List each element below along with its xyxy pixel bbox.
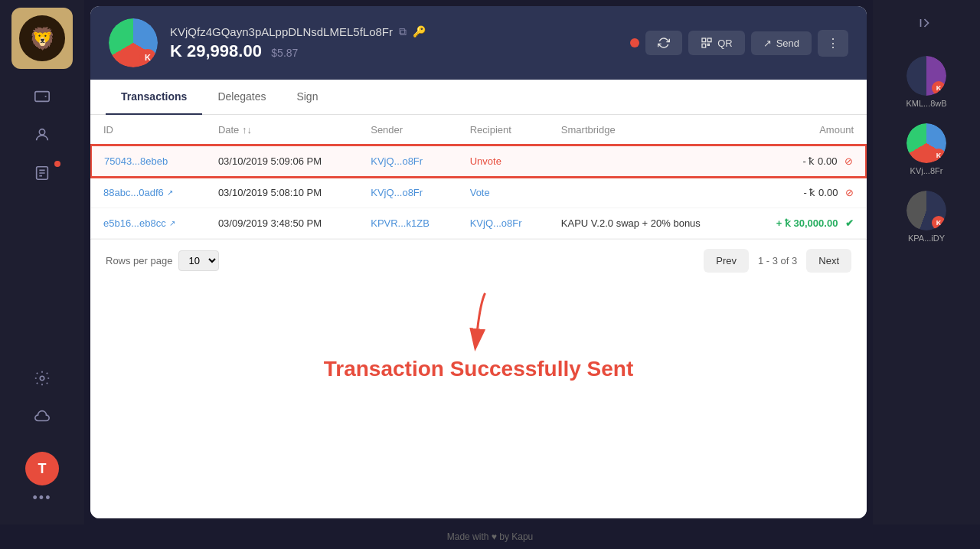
tx-recipient-vote: Vote: [470, 187, 490, 198]
col-header-smartbridge: Smartbridge: [549, 115, 744, 145]
refresh-button[interactable]: [645, 31, 682, 55]
tx-recipient-cell: KVjQ...o8Fr: [458, 208, 549, 239]
wallet-avatar-k: K: [139, 49, 156, 66]
contact-name: KVj...8Fr: [910, 166, 943, 175]
user-avatar[interactable]: T: [25, 452, 59, 485]
key-icon[interactable]: 🔑: [413, 25, 426, 38]
sidebar-left: 🦁 T •••: [0, 0, 84, 524]
tx-amount-cell: + ꝁ 30,000.00 ✔: [744, 208, 866, 239]
col-header-amount: Amount: [744, 115, 866, 145]
copy-address-icon[interactable]: ⧉: [399, 25, 407, 38]
page-info: 1 - 3 of 3: [758, 255, 797, 266]
svg-rect-7: [707, 44, 709, 45]
sidebar-item-contacts[interactable]: [11, 118, 73, 152]
col-header-id: ID: [91, 115, 206, 145]
col-header-recipient: Recipient: [458, 115, 549, 145]
tx-id-cell: 75043...8ebeb: [91, 145, 206, 177]
tx-sender-cell: KPVR...k1ZB: [358, 208, 457, 239]
contact-item[interactable]: K KPA...iDY: [880, 185, 972, 249]
external-link-icon: ↗: [167, 188, 173, 197]
tab-delegates[interactable]: Delegates: [202, 80, 281, 115]
tx-id-cell: 88abc...0adf6 ↗: [91, 177, 206, 208]
transactions-table: ID Date ↑↓ Sender Recipient Smartbridge …: [90, 115, 867, 239]
sidebar-item-cloud[interactable]: [11, 400, 73, 433]
wallet-address: KVjQfz4GQayn3pALppDLNsdLMEL5fLo8Fr: [170, 25, 393, 38]
contact-k-badge: K: [932, 81, 946, 95]
main-content: K KVjQfz4GQayn3pALppDLNsdLMEL5fLo8Fr ⧉ 🔑…: [90, 6, 867, 518]
qr-label: QR: [717, 38, 733, 49]
contact-k-badge: K: [932, 216, 946, 230]
prev-page-button[interactable]: Prev: [704, 249, 749, 273]
more-menu-button[interactable]: ⋮: [818, 30, 848, 57]
rows-per-page-label: Rows per page: [106, 255, 172, 266]
tx-date-cell: 03/09/2019 3:48:50 PM: [206, 208, 358, 239]
contact-avatar: K: [906, 56, 946, 96]
rows-per-page-select[interactable]: 10 25 50: [178, 250, 219, 271]
sidebar-right: K KML...8wB K KVj...8Fr K KPA...iDY: [873, 0, 980, 524]
contact-avatar: K: [906, 123, 946, 163]
notification-badge: [54, 161, 60, 167]
tab-sign[interactable]: Sign: [281, 80, 333, 115]
svg-rect-4: [702, 38, 706, 42]
contact-avatar: K: [906, 191, 946, 230]
success-area: Transaction Successfully Sent: [90, 282, 867, 397]
status-dot: [630, 38, 639, 47]
sidebar-item-transactions[interactable]: [11, 156, 73, 190]
wallet-avatar: K: [109, 18, 158, 67]
more-options-button[interactable]: •••: [33, 490, 52, 506]
logo-button[interactable]: 🦁: [11, 8, 73, 69]
tx-smartbridge-cell: [549, 145, 744, 177]
tx-id-cell: e5b16...eb8cc ↗: [91, 208, 206, 239]
tab-transactions[interactable]: Transactions: [106, 80, 202, 115]
footer: Made with ♥ by Kapu: [0, 524, 980, 549]
contact-k-badge: K: [932, 149, 946, 162]
wallet-balance-usd: $5.87: [271, 47, 298, 59]
contact-item[interactable]: K KVj...8Fr: [880, 117, 972, 181]
contact-item[interactable]: K KML...8wB: [880, 50, 972, 114]
tx-recipient-link[interactable]: KVjQ...o8Fr: [470, 217, 522, 229]
tabs-bar: Transactions Delegates Sign: [90, 80, 867, 115]
tx-recipient-cell: Vote: [458, 177, 549, 208]
send-arrow-icon: ↗: [763, 38, 772, 49]
tx-sender-cell: KVjQ...o8Fr: [358, 145, 457, 177]
tx-date-cell: 03/10/2019 5:09:06 PM: [206, 145, 358, 177]
col-header-sender: Sender: [358, 115, 457, 145]
footer-text: Made with ♥ by Kapu: [447, 531, 534, 542]
transactions-table-area: ID Date ↑↓ Sender Recipient Smartbridge …: [90, 115, 867, 518]
expire-icon: ⊘: [844, 155, 853, 167]
sidebar-item-wallet[interactable]: [11, 80, 73, 113]
tx-id-link[interactable]: 75043...8ebeb: [104, 155, 194, 167]
qr-button[interactable]: QR: [688, 31, 745, 55]
svg-rect-5: [707, 38, 711, 42]
tx-id-link[interactable]: 88abc...0adf6 ↗: [103, 187, 194, 198]
tx-smartbridge-cell: KAPU V.2.0 swap + 20% bonus: [549, 208, 744, 239]
pagination-controls: Prev 1 - 3 of 3 Next: [704, 249, 851, 273]
table-row: 88abc...0adf6 ↗ 03/10/2019 5:08:10 PM KV…: [91, 177, 866, 208]
wallet-balance: K 29,998.00: [170, 41, 262, 60]
send-button[interactable]: ↗ Send: [751, 31, 812, 55]
svg-point-1: [39, 129, 44, 135]
wallet-header: K KVjQfz4GQayn3pALppDLNsdLMEL5fLo8Fr ⧉ 🔑…: [90, 6, 867, 80]
send-label: Send: [776, 38, 799, 49]
rows-per-page: Rows per page 10 25 50: [106, 250, 219, 271]
col-header-date[interactable]: Date ↑↓: [206, 115, 358, 145]
expire-icon: ⊘: [845, 187, 854, 198]
tx-sender-link[interactable]: KVjQ...o8Fr: [371, 155, 423, 167]
tx-amount-cell: - ꝁ 0.00 ⊘: [744, 177, 866, 208]
contact-name: KML...8wB: [906, 99, 946, 108]
tx-recipient-cell: Unvote: [458, 145, 549, 177]
success-message: Transaction Successfully Sent: [324, 357, 634, 381]
collapse-sidebar-button[interactable]: [913, 9, 940, 41]
tx-smartbridge-cell: [549, 177, 744, 208]
svg-rect-0: [35, 92, 49, 102]
tx-sender-link[interactable]: KVjQ...o8Fr: [371, 187, 423, 198]
tx-id-link[interactable]: e5b16...eb8cc ↗: [103, 217, 194, 229]
tx-sender-link[interactable]: KPVR...k1ZB: [371, 217, 430, 229]
contact-name: KPA...iDY: [908, 234, 945, 243]
check-icon: ✔: [845, 217, 854, 229]
next-page-button[interactable]: Next: [806, 249, 851, 273]
sidebar-item-settings[interactable]: [11, 361, 73, 395]
pagination-bar: Rows per page 10 25 50 Prev 1 - 3 of 3 N…: [90, 239, 867, 282]
svg-point-3: [40, 376, 44, 381]
wallet-actions: QR ↗ Send ⋮: [630, 30, 848, 57]
